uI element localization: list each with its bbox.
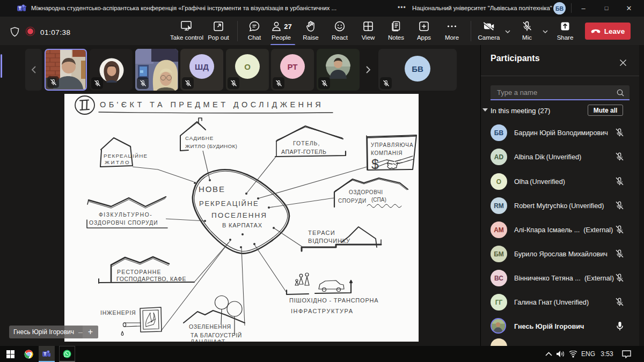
svg-text:ТЕРАСИ: ТЕРАСИ — [308, 230, 335, 236]
svg-text:ЖИТЛО (БУДИНОК): ЖИТЛО (БУДИНОК) — [185, 143, 237, 149]
svg-text:ОЗЕЛЕНЕННЯ: ОЗЕЛЕНЕННЯ — [189, 323, 231, 330]
svg-text:В КАРПАТАХ: В КАРПАТАХ — [222, 222, 262, 228]
svg-text:ОЗДОРОВЧІ СПОРУДИ: ОЗДОРОВЧІ СПОРУДИ — [89, 220, 158, 226]
svg-text:ОЗДОРОВЧІ: ОЗДОРОВЧІ — [349, 189, 383, 195]
svg-text:$: $ — [371, 157, 379, 172]
svg-text:ЛАНДШАФТ: ЛАНДШАФТ — [191, 338, 225, 342]
svg-text:РЕСТОРАННЕ: РЕСТОРАННЕ — [117, 269, 162, 275]
svg-text:ЖИТЛО: ЖИТЛО — [105, 159, 130, 165]
svg-text:ГОСПОДАРСТВО, КАФЕ: ГОСПОДАРСТВО, КАФЕ — [116, 276, 186, 282]
svg-text:САДИБНЕ: САДИБНЕ — [185, 135, 214, 141]
svg-text:ПІШОХІДНО - ТРАНСПОРНА: ПІШОХІДНО - ТРАНСПОРНА — [289, 297, 378, 304]
svg-text:ГОТЕЛЬ,: ГОТЕЛЬ, — [293, 140, 320, 146]
svg-text:ОБ'ЄКТ ТА ПРЕДМЕТ ДОСЛІДЖЕН: ОБ'ЄКТ ТА ПРЕДМЕТ ДОСЛІДЖЕННЯ — [100, 100, 324, 109]
svg-text:УПРАВЛЯЮЧА: УПРАВЛЯЮЧА — [371, 142, 414, 148]
svg-text:ІНЖЕНЕРІЯ: ІНЖЕНЕРІЯ — [100, 309, 136, 316]
svg-text:ТА БЛАГОУСТРІЙ: ТА БЛАГОУСТРІЙ — [191, 332, 242, 338]
svg-text:КОМПАНІЯ: КОМПАНІЯ — [371, 150, 402, 156]
svg-text:РЕКРЕАЦІЙНЕ: РЕКРЕАЦІЙНЕ — [199, 200, 259, 208]
svg-text:СПОРУДИ: СПОРУДИ — [338, 198, 367, 204]
svg-text:РЕКРЕАЦІЙНЕ: РЕКРЕАЦІЙНЕ — [104, 153, 148, 159]
svg-text:(СПА): (СПА) — [371, 197, 386, 203]
svg-text:ФІЗКУЛЬТУРНО-: ФІЗКУЛЬТУРНО- — [99, 212, 152, 218]
svg-text:ПОСЕЛЕННЯ: ПОСЕЛЕННЯ — [211, 211, 267, 219]
svg-text:НОВЕ: НОВЕ — [199, 184, 225, 194]
svg-text:ІНФРАСТРУКТУРА: ІНФРАСТРУКТУРА — [291, 308, 354, 314]
svg-text:АПАРТ-ГОТЕЛЬ: АПАРТ-ГОТЕЛЬ — [281, 149, 326, 155]
